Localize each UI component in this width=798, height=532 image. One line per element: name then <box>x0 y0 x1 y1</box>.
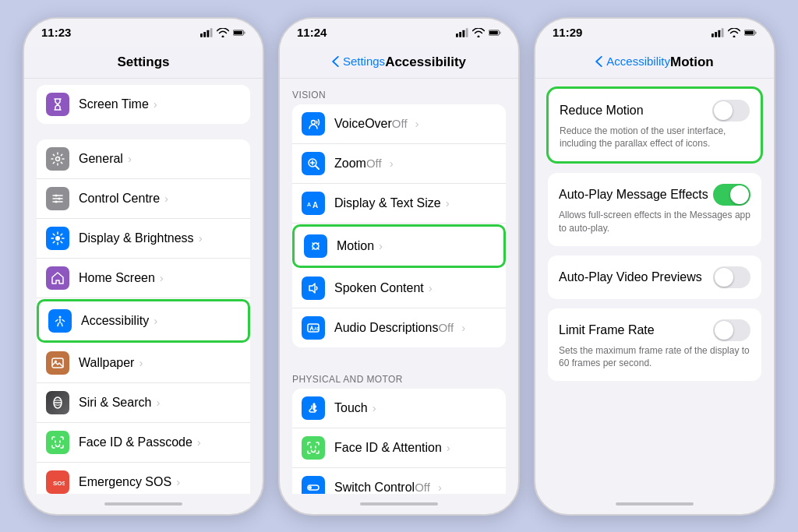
switch-icon <box>306 481 320 494</box>
general-chevron: › <box>128 152 132 165</box>
autoplay-video-toggle-thumb <box>715 268 733 287</box>
settings-item-voiceover[interactable]: VoiceOver Off › <box>292 104 506 144</box>
screentime-label: Screen Time <box>79 97 149 111</box>
voiceover-chevron: › <box>415 117 419 130</box>
settings-item-audio[interactable]: AD Audio Descriptions Off › <box>292 308 506 347</box>
faceid2-icon <box>306 441 320 455</box>
autoplay-message-toggle[interactable] <box>713 184 750 206</box>
svg-line-19 <box>53 234 55 235</box>
limit-framerate-row: Limit Frame Rate <box>559 319 750 341</box>
svg-line-21 <box>61 234 62 235</box>
spoken-icon-bg <box>302 277 325 300</box>
autoplay-message-item: Auto-Play Message Effects Allows full-sc… <box>548 173 761 246</box>
settings-group-physical: Touch › Face ID & Attention › <box>292 389 506 494</box>
hourglass-icon <box>51 97 65 111</box>
siri-icon-bg <box>46 391 69 414</box>
status-bar-1: 11:23 <box>24 19 263 47</box>
status-bar-2: 11:24 <box>280 19 518 47</box>
touch-label: Touch <box>334 401 368 415</box>
display-icon-bg <box>46 227 69 250</box>
svg-rect-89 <box>755 31 757 33</box>
svg-rect-2 <box>207 30 209 37</box>
homescreen-label: Home Screen <box>79 271 155 285</box>
time-2: 11:24 <box>297 26 327 39</box>
audio-icon: AD <box>306 321 320 335</box>
settings-item-faceid[interactable]: Face ID & Passcode › <box>37 423 250 463</box>
textsize-label: Display & Text Size <box>334 196 441 210</box>
settings-item-accessibility[interactable]: Accessibility › <box>37 299 250 343</box>
controlcentre-icon-bg <box>46 187 69 210</box>
settings-item-motion[interactable]: Motion › <box>292 224 506 268</box>
display-chevron: › <box>199 231 203 245</box>
general-label: General <box>79 152 123 166</box>
autoplay-video-toggle[interactable] <box>713 266 750 288</box>
settings-item-screentime[interactable]: Screen Time › <box>37 85 250 124</box>
svg-rect-53 <box>489 30 498 33</box>
svg-point-7 <box>56 157 60 160</box>
settings-item-homescreen[interactable]: Home Screen › <box>37 259 250 298</box>
autoplay-message-row: Auto-Play Message Effects <box>559 184 750 206</box>
siri-icon <box>51 396 65 410</box>
spoken-chevron: › <box>429 281 433 294</box>
siri-chevron: › <box>156 396 160 409</box>
settings-item-faceid2[interactable]: Face ID & Attention › <box>292 428 506 468</box>
reduce-motion-toggle[interactable] <box>712 100 750 122</box>
svg-point-23 <box>59 315 62 318</box>
limit-framerate-toggle[interactable] <box>713 319 750 341</box>
settings-item-wallpaper[interactable]: Wallpaper › <box>37 344 250 383</box>
svg-line-20 <box>61 241 62 242</box>
svg-point-67 <box>309 486 312 489</box>
zoom-icon-bg <box>302 152 325 175</box>
page-title-1: Settings <box>117 55 169 70</box>
settings-item-zoom[interactable]: Zoom Off › <box>292 144 506 184</box>
wallpaper-icon <box>51 356 65 370</box>
homescreen-chevron: › <box>160 271 164 284</box>
svg-rect-90 <box>745 30 754 33</box>
reduce-motion-container: Reduce Motion Reduce the motion of the u… <box>546 86 763 164</box>
reduce-motion-row: Reduce Motion <box>560 100 750 122</box>
controlcentre-label: Control Centre <box>79 192 160 206</box>
accessibility-label: Accessibility <box>81 314 149 328</box>
settings-item-siri[interactable]: Siri & Search › <box>37 383 250 423</box>
zoom-value: Off <box>366 157 382 170</box>
autoplay-video-item: Auto-Play Video Previews <box>548 255 761 299</box>
settings-item-sos[interactable]: SOS Emergency SOS › <box>37 463 250 494</box>
screentime-icon <box>46 93 69 116</box>
wallpaper-label: Wallpaper <box>79 356 134 370</box>
svg-rect-0 <box>200 33 203 37</box>
settings-item-spoken[interactable]: Spoken Content › <box>292 269 506 308</box>
home-indicator-2 <box>280 494 518 514</box>
spoken-icon <box>306 281 320 295</box>
controlcentre-chevron: › <box>164 192 168 205</box>
home-indicator-3 <box>535 494 774 514</box>
svg-line-56 <box>316 166 319 169</box>
settings-item-switchcontrol[interactable]: Switch Control Off › <box>292 468 506 494</box>
nav-bar-2: Settings Accessibility <box>280 47 518 79</box>
back-chevron-2 <box>332 56 339 67</box>
wifi-icon <box>217 28 229 37</box>
display-label: Display & Brightness <box>79 231 194 245</box>
faceid2-chevron: › <box>447 441 450 454</box>
back-button-2[interactable]: Settings <box>332 55 385 68</box>
sos-label: Emergency SOS <box>79 475 171 489</box>
svg-rect-84 <box>711 33 714 37</box>
settings-item-touch[interactable]: Touch › <box>292 389 506 428</box>
accessibility-chevron: › <box>154 314 157 327</box>
back-button-3[interactable]: Accessibility <box>595 55 670 68</box>
settings-item-display[interactable]: Display & Brightness › <box>37 219 250 259</box>
signal-icon-2 <box>456 28 468 37</box>
settings-item-general[interactable]: General › <box>37 139 250 179</box>
battery-icon-3 <box>744 28 757 37</box>
wifi-icon-2 <box>472 28 485 37</box>
section-vision: VISION <box>280 79 518 104</box>
svg-rect-50 <box>466 28 468 37</box>
status-icons-2 <box>456 28 501 37</box>
svg-rect-48 <box>459 32 461 37</box>
zoom-icon <box>306 157 320 171</box>
audio-icon-bg: AD <box>302 316 325 340</box>
settings-item-controlcentre[interactable]: Control Centre › <box>37 179 250 219</box>
settings-item-textsize[interactable]: A A Display & Text Size › <box>292 184 506 224</box>
scroll-area-3: Reduce Motion Reduce the motion of the u… <box>535 79 774 494</box>
sos-icon: SOS <box>51 475 65 489</box>
home-icon <box>51 271 65 285</box>
